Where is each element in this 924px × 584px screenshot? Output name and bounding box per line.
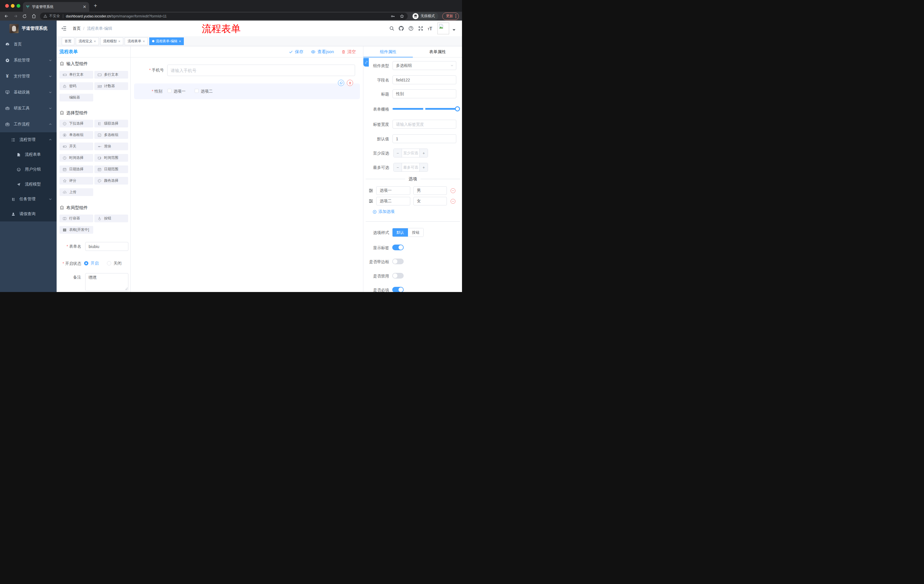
- sidebar-item-process-form[interactable]: 流程表单: [0, 147, 57, 162]
- component-chip-checkbox-group[interactable]: 多选框组: [94, 131, 128, 139]
- sidebar-item-payment[interactable]: ¥ 支付管理: [0, 68, 57, 84]
- sidebar-item-process-mgmt[interactable]: 流程管理: [0, 132, 57, 147]
- field-name-input[interactable]: [393, 76, 456, 84]
- max-select-value[interactable]: 最多可选: [402, 163, 420, 171]
- required-toggle[interactable]: [392, 287, 404, 292]
- update-button[interactable]: 更新: [442, 13, 459, 20]
- component-chip-cascader[interactable]: 级联选择: [94, 120, 128, 127]
- component-type-select[interactable]: [393, 61, 456, 70]
- component-chip-color-picker[interactable]: 颜色选择: [94, 177, 128, 184]
- show-label-toggle[interactable]: [392, 245, 404, 250]
- sidebar-item-process-model[interactable]: 流程模型: [0, 177, 57, 192]
- gender-option1-checkbox[interactable]: [168, 89, 172, 93]
- font-size-icon[interactable]: TT: [428, 26, 432, 31]
- resize-grip[interactable]: [125, 288, 127, 290]
- tag-process-form-edit[interactable]: 流程表单-编辑×: [149, 38, 184, 45]
- grid-slider-track[interactable]: [393, 108, 457, 110]
- copy-component-button[interactable]: [338, 80, 344, 86]
- status-off-label[interactable]: 关闭: [114, 261, 122, 266]
- component-chip-switch[interactable]: 开关: [59, 143, 93, 150]
- minimize-window-button[interactable]: [11, 4, 15, 8]
- back-icon[interactable]: [2, 14, 11, 18]
- label-width-input[interactable]: [393, 120, 456, 128]
- component-chip-radio-group[interactable]: 单选框组: [59, 131, 93, 139]
- password-key-icon[interactable]: [391, 14, 395, 18]
- component-chip-single-line-text[interactable]: 单行文本: [59, 71, 93, 79]
- view-json-button[interactable]: 查看json: [311, 49, 334, 54]
- component-chip-dropdown[interactable]: 下拉选择: [59, 120, 93, 127]
- status-on-radio[interactable]: [84, 261, 88, 265]
- breadcrumb-home[interactable]: 首页: [73, 26, 81, 31]
- style-default-button[interactable]: 默认: [393, 228, 408, 237]
- disabled-toggle[interactable]: [392, 273, 404, 278]
- reload-icon[interactable]: [20, 14, 29, 18]
- style-button-button[interactable]: 按钮: [408, 228, 423, 237]
- search-icon[interactable]: [389, 26, 394, 31]
- component-chip-button[interactable]: 按钮: [94, 215, 128, 222]
- gender-option2-label[interactable]: 选项二: [201, 89, 213, 94]
- component-chip-rate[interactable]: 评分: [59, 177, 93, 184]
- status-off-radio[interactable]: [107, 261, 111, 265]
- close-icon[interactable]: ×: [94, 39, 96, 43]
- sidebar-item-leave-query[interactable]: 请假查询: [0, 207, 57, 221]
- plus-button[interactable]: +: [420, 149, 428, 157]
- tab-form-props[interactable]: 表单属性: [413, 46, 462, 58]
- title-input[interactable]: [393, 89, 456, 98]
- clear-button[interactable]: 清空: [342, 49, 356, 54]
- close-icon[interactable]: ×: [118, 39, 120, 43]
- sidebar-item-user-group[interactable]: 用户分组: [0, 162, 57, 177]
- remove-option-icon[interactable]: −: [450, 199, 455, 204]
- gender-option2-checkbox[interactable]: [195, 89, 199, 93]
- save-button[interactable]: 保存: [289, 49, 303, 54]
- avatar-caret-icon[interactable]: [452, 29, 455, 31]
- close-icon[interactable]: ×: [143, 39, 145, 43]
- sidebar-item-workflow[interactable]: 工作流程: [0, 116, 57, 132]
- component-chip-password[interactable]: 密码: [59, 82, 93, 90]
- tab-component-props[interactable]: 组件属性: [363, 46, 413, 58]
- sidebar-item-dev-tools[interactable]: 研发工具: [0, 100, 57, 116]
- component-chip-counter[interactable]: 123 计数器: [94, 82, 128, 90]
- tab-close-icon[interactable]: ✕: [82, 4, 86, 10]
- option1-label-input[interactable]: [376, 186, 410, 195]
- option2-label-input[interactable]: [376, 197, 410, 206]
- tag-process-form[interactable]: 流程表单×: [125, 38, 148, 45]
- add-option-button[interactable]: 添加选项: [373, 209, 394, 214]
- github-icon[interactable]: [398, 25, 404, 31]
- sidebar-item-infrastructure[interactable]: 基础设施: [0, 84, 57, 100]
- phone-input[interactable]: [167, 64, 355, 76]
- browser-tab[interactable]: 芋道管理系统 ✕: [23, 2, 89, 12]
- form-remark-textarea[interactable]: 嘿嘿: [85, 273, 129, 291]
- min-select-value[interactable]: 至少应选: [402, 149, 420, 157]
- bookmark-star-icon[interactable]: [400, 14, 404, 18]
- tag-process-model[interactable]: 流程模型×: [101, 38, 124, 45]
- option2-value-input[interactable]: [413, 197, 447, 206]
- border-toggle[interactable]: [392, 258, 404, 264]
- drag-handle-icon[interactable]: [368, 188, 374, 193]
- app-logo-row[interactable]: 芋道管理系统: [0, 21, 57, 36]
- option1-value-input[interactable]: [413, 186, 447, 195]
- drag-handle-icon[interactable]: [368, 199, 374, 204]
- fullscreen-icon[interactable]: [418, 26, 423, 31]
- tag-home[interactable]: 首页: [62, 38, 74, 45]
- component-chip-row-container[interactable]: 行容器: [59, 215, 93, 222]
- security-label[interactable]: 不安全: [49, 14, 60, 18]
- remove-option-icon[interactable]: −: [450, 188, 455, 193]
- delete-component-button[interactable]: [347, 80, 353, 86]
- component-chip-multi-line-text[interactable]: 多行文本: [94, 71, 128, 79]
- default-value-input[interactable]: [393, 134, 456, 143]
- avatar[interactable]: [437, 23, 449, 34]
- home-icon[interactable]: [29, 14, 38, 18]
- component-chip-date-range[interactable]: 日期范围: [94, 165, 128, 173]
- slider-handle[interactable]: [455, 106, 460, 112]
- component-chip-table[interactable]: 表格[开发中]: [59, 226, 93, 234]
- close-icon[interactable]: ×: [179, 39, 181, 43]
- sidebar-item-task-mgmt[interactable]: 任务管理: [0, 192, 57, 207]
- sidebar-item-system[interactable]: 系统管理: [0, 52, 57, 68]
- status-on-label[interactable]: 开启: [91, 261, 99, 266]
- component-chip-upload[interactable]: 上传: [59, 188, 93, 196]
- collapse-menu-icon[interactable]: [61, 26, 67, 31]
- forward-icon[interactable]: [11, 14, 20, 18]
- minus-button[interactable]: −: [394, 149, 402, 157]
- component-chip-date-picker[interactable]: 日期选择: [59, 165, 93, 173]
- new-tab-button[interactable]: +: [94, 3, 97, 8]
